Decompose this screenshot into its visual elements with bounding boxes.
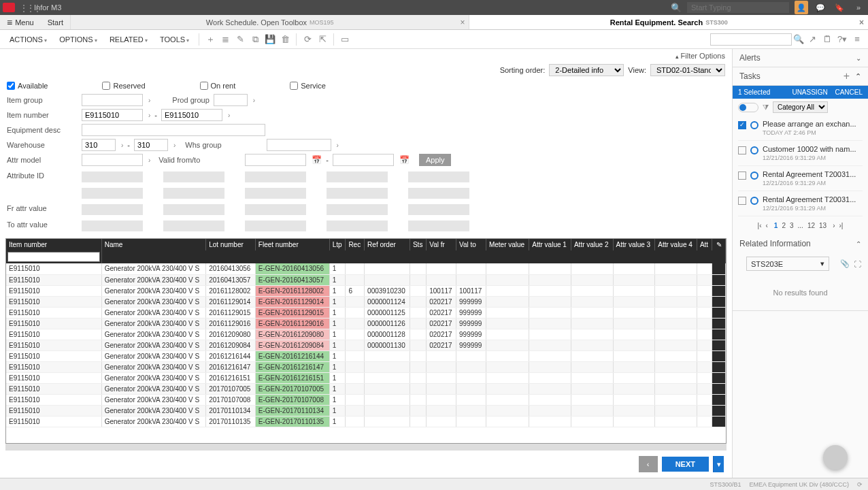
table-row[interactable]: E9115010Generator 200kVA 230/400 V S2017… <box>6 405 726 416</box>
table-row[interactable]: E9115010Generator 200kVA 230/400 V S2016… <box>6 263 726 274</box>
copy-icon[interactable]: ⧉ <box>248 33 262 46</box>
pager-next-icon[interactable]: › <box>833 222 835 229</box>
attach-icon[interactable]: 📎 <box>840 259 850 268</box>
view-select[interactable]: STD02-01-Standard view <box>650 64 725 76</box>
horizontal-scrollbar[interactable] <box>5 444 727 451</box>
column-header[interactable]: Attr value 3 <box>613 239 655 250</box>
close-icon[interactable]: × <box>460 18 465 27</box>
column-header[interactable]: Sts <box>410 239 426 250</box>
warehouse-from[interactable] <box>82 139 116 151</box>
table-row[interactable]: E9115010Generator 200kVA 230/400 V S2017… <box>6 394 726 405</box>
column-header[interactable]: Attr value 4 <box>655 239 697 250</box>
category-select[interactable]: Category All <box>773 101 828 113</box>
col-filter-input[interactable] <box>7 252 100 262</box>
expand-icon[interactable]: ⛶ <box>854 260 861 268</box>
column-header[interactable]: Val fr <box>427 239 456 250</box>
warehouse-to[interactable] <box>134 139 168 151</box>
tasks-header[interactable]: Tasks <box>733 67 838 85</box>
save-icon[interactable]: 💾 <box>263 33 277 46</box>
panel-menu-icon[interactable]: ≡ <box>850 33 864 46</box>
back-button[interactable]: ‹ <box>639 456 658 472</box>
tools-menu[interactable]: TOOLS <box>154 34 195 45</box>
infor-logo[interactable] <box>3 3 15 12</box>
expand-icon[interactable]: » <box>852 1 865 14</box>
column-header[interactable]: Att <box>697 239 712 250</box>
task-item[interactable]: Customer 10002 with nam... 12/21/2016 9:… <box>738 141 863 166</box>
table-row[interactable]: E9115010Generator 200kVA 230/400 V S2016… <box>6 318 726 329</box>
edit-column-icon[interactable]: ✎ <box>712 239 726 250</box>
pager-page[interactable]: 12 <box>807 222 815 229</box>
prod-group-input[interactable] <box>214 94 248 106</box>
task-checkbox[interactable] <box>738 146 746 154</box>
open-icon[interactable]: ↗ <box>805 33 819 46</box>
sorting-order-select[interactable]: 2-Detailed info <box>549 64 624 76</box>
pager-page[interactable]: 2 <box>782 222 786 229</box>
task-item[interactable]: Rental Agreement T20031... 12/21/2016 9:… <box>738 191 863 216</box>
pager-prev-icon[interactable]: ‹ <box>766 222 768 229</box>
task-checkbox[interactable] <box>738 172 746 180</box>
on-rent-checkbox[interactable]: On rent <box>200 82 236 90</box>
equipment-desc-input[interactable] <box>82 124 265 136</box>
global-search-input[interactable] <box>687 2 789 13</box>
valid-to-input[interactable] <box>333 154 394 166</box>
pager-last-icon[interactable]: ›| <box>839 222 843 229</box>
bookmark-icon[interactable]: 🔖 <box>833 1 846 14</box>
export-icon[interactable]: ⇱ <box>316 33 329 46</box>
column-header[interactable]: Ltp <box>329 239 346 250</box>
search-icon[interactable]: 🔍 <box>793 34 804 44</box>
column-header[interactable]: Attr value 2 <box>571 239 613 250</box>
pager-page[interactable]: 13 <box>819 222 827 229</box>
messages-icon[interactable]: 💬 <box>814 1 827 14</box>
close-icon[interactable]: × <box>859 18 864 27</box>
footer-refresh-icon[interactable]: ⟳ <box>857 481 863 488</box>
unassign-button[interactable]: UNASSIGN <box>792 88 827 96</box>
table-row[interactable]: E9115010Generator 200kVA 230/400 V S2016… <box>6 340 726 350</box>
menu-button[interactable]: ≡Menu <box>0 15 41 29</box>
column-header[interactable]: Meter value <box>486 239 529 250</box>
delete-icon[interactable]: 🗑 <box>278 33 292 46</box>
tab-rental-equipment[interactable]: Rental Equipment. Search STS300 × <box>469 15 868 29</box>
task-toggle[interactable] <box>738 103 758 112</box>
table-row[interactable]: E9115010Generator 200kVA 230/400 V S2016… <box>6 296 726 307</box>
table-row[interactable]: E9115010Generator 200kVA 230/400 V S2016… <box>6 361 726 372</box>
search-icon[interactable]: 🔍 <box>671 3 682 13</box>
layout-icon[interactable]: ▭ <box>338 33 352 46</box>
add-task-icon[interactable]: + <box>838 70 855 82</box>
next-dropdown[interactable]: ▾ <box>713 456 724 472</box>
calendar-icon[interactable]: 📅 <box>399 155 410 165</box>
table-row[interactable]: E9115010Generator 200kVA 230/400 V S2016… <box>6 329 726 340</box>
table-row[interactable]: E9115010Generator 200kVA 230/400 V S2016… <box>6 285 726 296</box>
pager-page[interactable]: ... <box>798 222 803 229</box>
note-icon[interactable]: 🗒 <box>820 33 834 46</box>
filter-options-toggle[interactable]: Filter Options <box>0 49 732 63</box>
column-header[interactable]: Fleet number <box>255 239 329 250</box>
toolbar-search-input[interactable] <box>710 33 792 46</box>
cancel-button[interactable]: CANCEL <box>835 88 863 96</box>
funnel-icon[interactable]: ⧩ <box>763 103 769 112</box>
task-checkbox[interactable] <box>738 197 746 205</box>
column-header[interactable]: Rec <box>346 239 365 250</box>
table-row[interactable]: E9115010Generator 200kVA 230/400 V S2016… <box>6 372 726 383</box>
refresh-icon[interactable]: ⟳ <box>301 33 314 46</box>
tab-work-schedule[interactable]: Work Schedule. Open Toolbox MOS195 × <box>70 15 469 29</box>
service-checkbox[interactable]: Service <box>290 82 326 90</box>
related-menu[interactable]: RELATED <box>104 34 153 45</box>
help-icon[interactable]: ?▾ <box>835 33 849 46</box>
column-header[interactable]: Name <box>101 239 206 250</box>
related-select[interactable]: STS203E▾ <box>746 257 829 271</box>
task-checkbox[interactable] <box>738 121 746 129</box>
edit-icon[interactable]: ✎ <box>233 33 247 46</box>
options-menu[interactable]: OPTIONS <box>54 34 103 45</box>
table-row[interactable]: E9115010Generator 200kVA 230/400 V S2017… <box>6 383 726 394</box>
whs-group-input[interactable] <box>267 139 331 151</box>
results-table[interactable]: Item numberNameLot numberFleet numberLtp… <box>6 239 726 427</box>
column-header[interactable]: Attr value 1 <box>529 239 571 250</box>
column-header[interactable]: Val to <box>456 239 486 250</box>
available-checkbox[interactable]: Available <box>7 82 48 90</box>
new-icon[interactable]: ＋ <box>203 33 217 46</box>
task-item[interactable]: Rental Agreement T20031... 12/21/2016 9:… <box>738 166 863 191</box>
table-row[interactable]: E9115010Generator 200kVA 230/400 V S2016… <box>6 274 726 285</box>
attr-model-input[interactable] <box>82 154 143 166</box>
user-icon[interactable]: 👤 <box>795 1 808 14</box>
table-row[interactable]: E9115010Generator 200kVA 230/400 V S2016… <box>6 350 726 361</box>
